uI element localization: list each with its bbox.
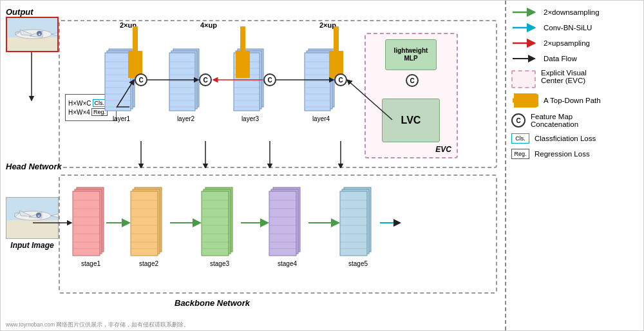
svg-rect-18 (105, 53, 131, 111)
input-airplane-svg: ★ (6, 198, 59, 239)
main-container: Output ★ Head Net (0, 0, 644, 331)
mlp-box: lightweightMLP (385, 39, 437, 70)
head-network-label: Head Network (6, 162, 62, 171)
legend-cls-label: Classficiation Loss (535, 135, 596, 142)
stage1-block: stage1 (71, 184, 110, 267)
circle-c-3: C (263, 73, 276, 86)
red-arrow-icon (511, 38, 538, 48)
circle-c-2: C (199, 73, 212, 86)
stage2-svg (129, 184, 168, 261)
legend-concat-label: Feature MapConcatenation (531, 113, 578, 128)
legend-upsampling-label: 2×upsampling (544, 39, 590, 47)
yellow-arrow-2 (236, 23, 250, 78)
svg-rect-136 (6, 220, 59, 239)
lvc-box: LVC (382, 99, 440, 142)
layer2-block: layer2 (168, 46, 204, 122)
legend-area: 2×downsampling Conv-BN-SiLU (505, 1, 643, 330)
circle-c-1: C (135, 73, 147, 86)
legend-reg-box-icon: Reg. (511, 149, 529, 159)
legend-evc-box-icon (511, 70, 536, 88)
stage4-block: stage4 (268, 184, 307, 267)
legend-reg-label: Regression Loss (535, 150, 590, 158)
legend-top-down-label: A Top-Down Path (544, 97, 601, 104)
svg-rect-29 (169, 53, 195, 111)
legend-top-down: A Top-Down Path (511, 93, 638, 108)
evc-label: EVC (435, 145, 451, 154)
legend-evc: Explicit VisualCenter (EVC) (511, 69, 638, 88)
evc-box: lightweightMLP EVC LVC C (365, 33, 458, 158)
svg-rect-84 (131, 191, 158, 256)
legend-cls-box-icon: Cls. (511, 133, 529, 144)
svg-rect-51 (305, 53, 330, 111)
output-label: Output (6, 7, 33, 17)
legend-evc-label: Explicit VisualCenter (EVC) (541, 69, 587, 84)
stage3-svg (200, 184, 239, 261)
upsample-label-2: 4×up (200, 21, 217, 29)
legend-upsampling: 2×upsampling (511, 38, 638, 48)
legend-conv: Conv-BN-SiLU (511, 23, 638, 33)
watermark: www.toymoban.com 网络图片仅供展示，非存储，如有侵权请联系删除。 (6, 321, 189, 329)
svg-rect-104 (269, 191, 296, 256)
svg-rect-2 (7, 37, 59, 52)
backbone-label: Backbone Network (175, 298, 250, 308)
legend-downsampling: 2×downsampling (511, 7, 638, 17)
stage2-block: stage2 (129, 184, 168, 267)
black-arrow-icon (511, 53, 538, 64)
output-airplane-svg: ★ (7, 18, 59, 52)
stage3-block: stage3 (200, 184, 239, 267)
layer2-svg (168, 46, 204, 117)
svg-rect-74 (73, 191, 100, 256)
cyan-arrow-icon (511, 23, 538, 33)
stage1-svg (71, 184, 110, 261)
legend-data-flow: Data Flow (511, 53, 638, 64)
legend-circle-c-icon: C (511, 113, 526, 128)
yellow-arrow-icon (511, 93, 538, 108)
input-image-label: Input Image (6, 241, 59, 250)
svg-rect-94 (202, 191, 229, 256)
output-image: ★ (6, 17, 59, 52)
legend-conv-label: Conv-BN-SiLU (544, 24, 592, 32)
circle-c-4: C (334, 73, 347, 86)
stage5-block: stage5 (339, 184, 377, 267)
legend-cls: Cls. Classficiation Loss (511, 133, 638, 144)
stage4-svg (268, 184, 307, 261)
diagram-area: Output ★ Head Net (1, 1, 505, 330)
input-image: ★ (6, 197, 59, 239)
yellow-arrow-3 (329, 23, 343, 78)
stage5-svg (339, 184, 377, 261)
legend-data-flow-label: Data Flow (544, 55, 577, 62)
legend-reg: Reg. Regression Loss (511, 149, 638, 159)
circle-c-evc: C (406, 74, 419, 87)
legend-downsampling-label: 2×downsampling (544, 8, 600, 16)
legend-concat: C Feature MapConcatenation (511, 113, 638, 128)
green-arrow-icon (511, 7, 538, 17)
svg-rect-114 (340, 191, 367, 256)
yellow-arrow-1 (128, 23, 142, 78)
